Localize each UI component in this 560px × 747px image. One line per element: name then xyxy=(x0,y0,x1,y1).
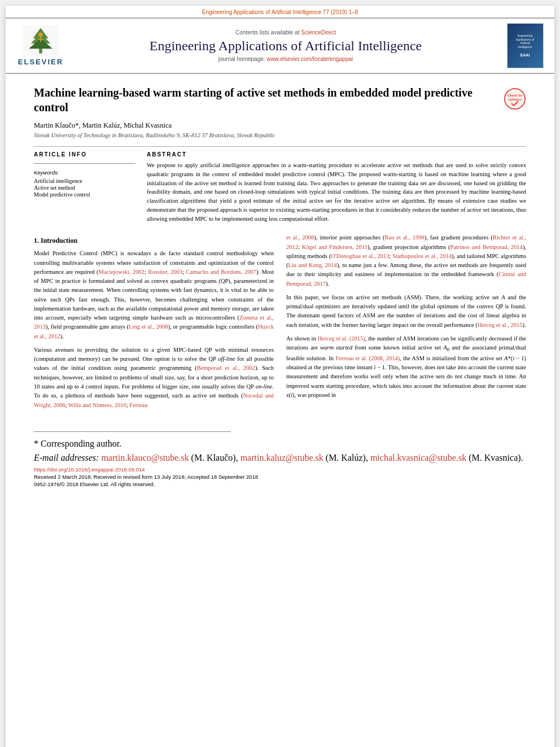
sciencedirect-link[interactable]: ScienceDirect xyxy=(301,29,336,36)
intro-heading: 1. Introduction xyxy=(34,235,274,246)
elsevier-label: ELSEVIER xyxy=(18,58,63,66)
rights-line: 0952-1976/© 2018 Elsevier Ltd. All right… xyxy=(34,481,526,487)
homepage-text: journal homepage: xyxy=(218,56,265,62)
footnote-divider xyxy=(34,431,231,432)
email-kvasnica[interactable]: michal.kvasnica@stube.sk xyxy=(370,453,466,462)
footnote-star: * Corresponding author. xyxy=(34,438,526,450)
ref-herceg2015[interactable]: Herceg et al., 2015 xyxy=(478,322,523,328)
email-klauco[interactable]: martin.klauco@stube.sk xyxy=(101,453,189,462)
abstract-heading: ABSTRACT xyxy=(147,151,526,158)
right-para-1: et al., 2008), interior point approaches… xyxy=(286,233,526,289)
check-for-updates-badge: Check for updates xyxy=(504,88,526,110)
doi-line: https://doi.org/10.1016/j.engappai.2018.… xyxy=(34,466,526,473)
contents-text: Contents lists available at xyxy=(235,29,299,36)
ref-ferreau-cont[interactable]: Ferreau xyxy=(129,402,147,408)
ref-wills[interactable]: Wills and Ninness, 2010 xyxy=(68,402,126,408)
right-para-3: As shown in Herceg et al. (2015), the nu… xyxy=(286,334,526,400)
footnote-emails: E-mail addresses: martin.klauco@stube.sk… xyxy=(34,452,526,464)
header-right: EngineeringApplications ofArtificialInte… xyxy=(502,23,548,68)
ref-ling[interactable]: Ling et al., 2008 xyxy=(129,324,168,330)
journal-top-link: Engineering Applications of Artificial I… xyxy=(6,6,554,18)
doi-link[interactable]: https://doi.org/10.1016/j.engappai.2018.… xyxy=(34,466,145,473)
right-para-2: In this paper, we focus on active set me… xyxy=(286,293,526,330)
article-title-row: Machine learning-based warm starting of … xyxy=(34,85,526,115)
ref-bemporad2002[interactable]: Bemporad et al., 2002 xyxy=(197,365,255,371)
ref-kogel[interactable]: Kögel and Findeisen, 2011 xyxy=(302,244,368,250)
elsevier-logo: ELSEVIER xyxy=(12,23,69,68)
keyword-2: Active set method xyxy=(34,185,135,191)
main-col-left: 1. Introduction Model Predictive Control… xyxy=(34,233,274,414)
contents-line: Contents lists available at ScienceDirec… xyxy=(235,29,336,36)
journal-citation: Engineering Applications of Artificial I… xyxy=(202,9,358,15)
elsevier-tree-icon xyxy=(21,25,60,56)
ref-liu[interactable]: Liu and Kong, 2014 xyxy=(288,262,337,268)
authors-line: Martin Klaučo*, Martin Kalúz, Michal Kva… xyxy=(34,121,526,130)
article-info-col: ARTICLE INFO Keywords: Artificial intell… xyxy=(34,151,135,223)
received-line: Received 2 March 2018; Received in revis… xyxy=(34,474,526,480)
divider xyxy=(34,163,135,164)
abstract-col: ABSTRACT We propose to apply artificial … xyxy=(147,151,526,223)
ref-maciejowski[interactable]: Maciejowski, 2002 xyxy=(99,269,145,275)
header-area: ELSEVIER Contents lists available at Sci… xyxy=(6,18,554,74)
article-info-heading: ARTICLE INFO xyxy=(34,151,135,158)
ref-ferreau-2008-2014[interactable]: Ferreau et al. (2008, 2014) xyxy=(335,355,400,361)
email-kaluz[interactable]: martin.kaluz@stube.sk xyxy=(240,453,323,462)
journal-title-header: Engineering Applications of Artificial I… xyxy=(150,38,422,54)
page: Engineering Applications of Artificial I… xyxy=(6,6,554,747)
intro-para-2: Various avenues to providing the solutio… xyxy=(34,346,274,410)
footnote-section: * Corresponding author. E-mail addresses… xyxy=(6,431,554,487)
main-content: 1. Introduction Model Predictive Control… xyxy=(34,233,526,414)
ref-herceg-shown[interactable]: Herceg et al. (2015) xyxy=(317,335,365,342)
journal-cover: EngineeringApplications ofArtificialInte… xyxy=(507,23,544,68)
article-body: Machine learning-based warm starting of … xyxy=(6,74,554,426)
ref-cimini[interactable]: Cimini and Bemporad, 2017 xyxy=(286,271,526,286)
article-info-abstract: ARTICLE INFO Keywords: Artificial intell… xyxy=(34,146,526,223)
authors-text: Martin Klaučo*, Martin Kalúz, Michal Kva… xyxy=(34,121,172,129)
homepage-line: journal homepage: www.elsevier.com/locat… xyxy=(218,56,353,62)
svg-text:Check for: Check for xyxy=(507,94,523,97)
ref-camacho[interactable]: Camacho and Bordons, 2007 xyxy=(186,269,256,275)
keywords-label: Keywords: xyxy=(34,169,135,176)
intro-para-1: Model Predictive Control (MPC) is nowada… xyxy=(34,249,274,341)
ref-ferreau-2008[interactable]: et al., 2008 xyxy=(286,234,314,241)
article-title-text: Machine learning-based warm starting of … xyxy=(34,85,498,115)
abstract-text: We propose to apply artificial intellige… xyxy=(147,161,526,223)
email-label: E-mail addresses: xyxy=(34,453,99,462)
ref-rao[interactable]: Rao et al., 1998 xyxy=(385,234,425,241)
ref-rossiter[interactable]: Rossiter, 2003 xyxy=(148,269,182,275)
ref-patrinos[interactable]: Patrinos and Bemporad, 2014 xyxy=(450,244,523,250)
ref-stathopoulos[interactable]: Stathopoulos et al., 2014 xyxy=(392,253,452,259)
affiliation-line: Slovak University of Technology in Brati… xyxy=(34,132,526,138)
main-col-right: et al., 2008), interior point approaches… xyxy=(286,233,526,414)
homepage-url[interactable]: www.elsevier.com/locate/engappai xyxy=(266,56,353,62)
ref-odonoghue[interactable]: O'Donoghue et al., 2013 xyxy=(331,253,389,259)
svg-text:updates: updates xyxy=(508,98,522,101)
svg-point-5 xyxy=(38,33,42,37)
keyword-3: Model predictive control xyxy=(34,191,135,198)
keyword-1: Artificial intelligence xyxy=(34,178,135,184)
cover-text: EngineeringApplications ofArtificialInte… xyxy=(516,34,535,58)
header-center: Contents lists available at ScienceDirec… xyxy=(75,23,497,68)
